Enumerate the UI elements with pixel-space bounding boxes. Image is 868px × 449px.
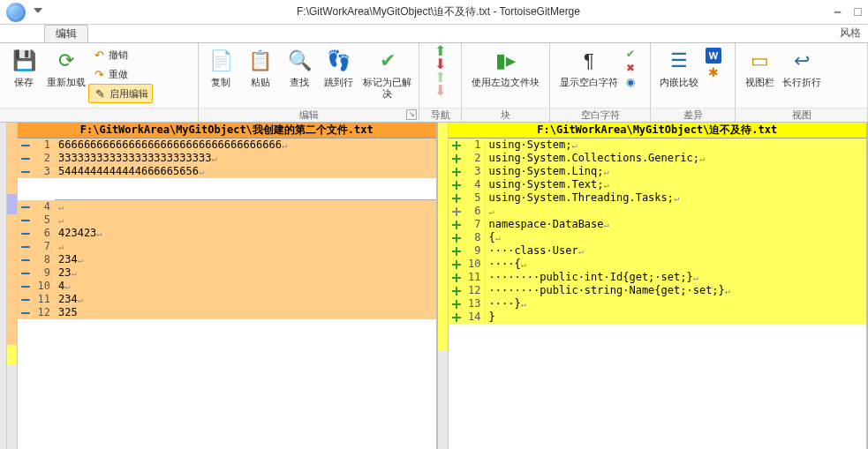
goto-button[interactable]: 👣跳到行 bbox=[321, 45, 359, 105]
find-button[interactable]: 🔍查找 bbox=[281, 45, 319, 105]
prev-conflict-button[interactable]: ⬆ bbox=[434, 71, 446, 84]
wrap-button[interactable]: ↩长行折行 bbox=[781, 45, 822, 105]
line-content: 66666666666666666666666666666666666↵ bbox=[55, 138, 436, 152]
plus-icon bbox=[449, 284, 464, 297]
next-diff-button[interactable]: ⬇ bbox=[434, 58, 446, 71]
qat-dropdown-icon[interactable] bbox=[34, 8, 42, 17]
code-line[interactable]: 9····class·User↵ bbox=[449, 244, 867, 258]
overview-strip-left[interactable] bbox=[7, 123, 18, 449]
code-line[interactable]: 4↵ bbox=[18, 200, 436, 213]
group-label-edit: 编辑↘ bbox=[199, 108, 419, 122]
line-content: using·System.Collections.Generic;↵ bbox=[486, 152, 867, 165]
ws-x-icon[interactable]: ✖ bbox=[626, 62, 635, 74]
next-conflict-button[interactable]: ⬇ bbox=[434, 85, 446, 97]
copy-button[interactable]: 📄复制 bbox=[202, 45, 240, 105]
ws-dot-icon[interactable]: ◉ bbox=[626, 76, 635, 88]
code-line[interactable]: 2333333333333333333333333↵ bbox=[18, 152, 436, 165]
code-line[interactable]: 1using·System;↵ bbox=[449, 138, 867, 152]
line-content: ↵ bbox=[55, 213, 436, 227]
minus-icon bbox=[18, 138, 34, 152]
line-content: ↵ bbox=[55, 200, 436, 213]
save-icon: 💾 bbox=[10, 47, 38, 75]
workspace: F:\GitWorkArea\MyGitObject\我创建的第二个文件.txt… bbox=[0, 123, 868, 449]
code-line[interactable]: 166666666666666666666666666666666666↵ bbox=[18, 138, 436, 152]
line-number: 9 bbox=[34, 266, 55, 280]
reload-button[interactable]: ⟳重新加载 bbox=[46, 45, 87, 105]
line-content: ↵ bbox=[486, 205, 867, 218]
group-label-edit-left bbox=[0, 108, 198, 122]
line-content: ········public·string·Name{get;·set;}↵ bbox=[486, 284, 867, 297]
code-line[interactable]: 8234↵ bbox=[18, 253, 436, 266]
code-line[interactable]: 7namespace·DataBase↵ bbox=[449, 218, 867, 231]
regex-icon[interactable]: ✱ bbox=[708, 65, 719, 79]
minus-icon bbox=[18, 240, 34, 253]
code-line[interactable]: 6↵ bbox=[449, 205, 867, 218]
code-line[interactable]: 11234↵ bbox=[18, 293, 436, 306]
maximize-icon[interactable]: ☐ bbox=[853, 6, 863, 19]
line-content: using·System;↵ bbox=[486, 138, 867, 152]
line-number: 9 bbox=[464, 244, 486, 258]
line-content: 234↵ bbox=[55, 293, 436, 306]
line-number: 7 bbox=[464, 218, 486, 231]
style-link[interactable]: 风格 bbox=[836, 24, 864, 42]
code-line[interactable]: 2using·System.Collections.Generic;↵ bbox=[449, 152, 867, 165]
line-number: 3 bbox=[34, 165, 55, 178]
paste-button[interactable]: 📋粘贴 bbox=[242, 45, 280, 105]
code-line[interactable]: 13····}↵ bbox=[449, 297, 867, 311]
code-line[interactable]: 7↵ bbox=[18, 240, 436, 253]
minus-icon bbox=[18, 306, 34, 319]
line-content: using·System.Threading.Tasks;↵ bbox=[486, 191, 867, 205]
minimize-icon[interactable]: ━ bbox=[834, 6, 841, 19]
line-number: 3 bbox=[464, 165, 486, 178]
plus-icon bbox=[449, 231, 464, 244]
code-line[interactable]: 4using·System.Text;↵ bbox=[449, 178, 867, 191]
viewbar-button[interactable]: ▭视图栏 bbox=[739, 45, 780, 105]
overview-strip-right[interactable] bbox=[438, 123, 449, 449]
line-number: 2 bbox=[464, 152, 486, 165]
inline-diff-button[interactable]: ☰内嵌比较 bbox=[654, 45, 704, 105]
left-pane: F:\GitWorkArea\MyGitObject\我创建的第二个文件.txt… bbox=[18, 123, 438, 449]
word-icon[interactable]: W bbox=[706, 48, 721, 64]
code-line[interactable]: 35444444444444666665656↵ bbox=[18, 165, 436, 178]
code-line[interactable]: 104↵ bbox=[18, 280, 436, 293]
code-line[interactable]: 8{↵ bbox=[449, 231, 867, 244]
ws-check-icon[interactable]: ✔ bbox=[626, 48, 635, 60]
code-line[interactable]: 3using·System.Linq;↵ bbox=[449, 165, 867, 178]
use-left-block-button[interactable]: ▮▸使用左边文件块 bbox=[466, 45, 546, 105]
minus-icon bbox=[18, 293, 34, 306]
left-pane-body[interactable]: 166666666666666666666666666666666666↵233… bbox=[18, 138, 436, 449]
redo-button[interactable]: ↷重做 bbox=[88, 64, 153, 84]
ribbon: 💾保存 ⟳重新加载 ↶撤销 ↷重做 ✎启用编辑 📄复制 📋粘贴 🔍查找 👣跳到行… bbox=[0, 43, 868, 123]
line-content: ········public·int·Id{get;·set;}↵ bbox=[486, 271, 867, 284]
code-line[interactable]: 923↵ bbox=[18, 266, 436, 280]
save-button[interactable]: 💾保存 bbox=[4, 45, 44, 105]
code-line[interactable]: 6423423↵ bbox=[18, 227, 436, 240]
overview-strip-outer[interactable] bbox=[0, 123, 7, 449]
prev-diff-button[interactable]: ⬆ bbox=[434, 45, 446, 57]
code-line[interactable]: 12325 bbox=[18, 306, 436, 319]
line-number: 2 bbox=[34, 152, 55, 165]
show-whitespace-button[interactable]: ¶显示空白字符 bbox=[554, 45, 624, 105]
mark-resolved-button[interactable]: ✔标记为已解决 bbox=[359, 45, 415, 105]
pencil-icon: ✎ bbox=[93, 86, 107, 101]
enable-edit-button[interactable]: ✎启用编辑 bbox=[88, 84, 153, 103]
code-line[interactable]: 5↵ bbox=[18, 213, 436, 227]
line-content: ····}↵ bbox=[486, 297, 867, 311]
code-line[interactable]: 12········public·string·Name{get;·set;}↵ bbox=[449, 284, 867, 297]
minus-icon bbox=[18, 227, 34, 240]
line-number: 12 bbox=[34, 306, 55, 319]
plus-icon bbox=[449, 138, 464, 152]
undo-button[interactable]: ↶撤销 bbox=[88, 45, 153, 64]
launcher-icon[interactable]: ↘ bbox=[406, 109, 417, 120]
right-pane-body[interactable]: 1using·System;↵2using·System.Collections… bbox=[449, 138, 867, 449]
code-line[interactable]: 14} bbox=[449, 311, 867, 324]
app-icon[interactable] bbox=[0, 0, 32, 25]
code-line[interactable]: 5using·System.Threading.Tasks;↵ bbox=[449, 191, 867, 205]
minus-icon bbox=[18, 152, 34, 165]
plus-icon bbox=[449, 178, 464, 191]
code-line[interactable]: 10····{↵ bbox=[449, 258, 867, 271]
tab-edit[interactable]: 编辑 bbox=[44, 25, 88, 42]
right-pane-header: F:\GitWorkArea\MyGitObject\迫不及待.txt bbox=[449, 123, 867, 138]
line-content: using·System.Linq;↵ bbox=[486, 165, 867, 178]
code-line[interactable]: 11········public·int·Id{get;·set;}↵ bbox=[449, 271, 867, 284]
